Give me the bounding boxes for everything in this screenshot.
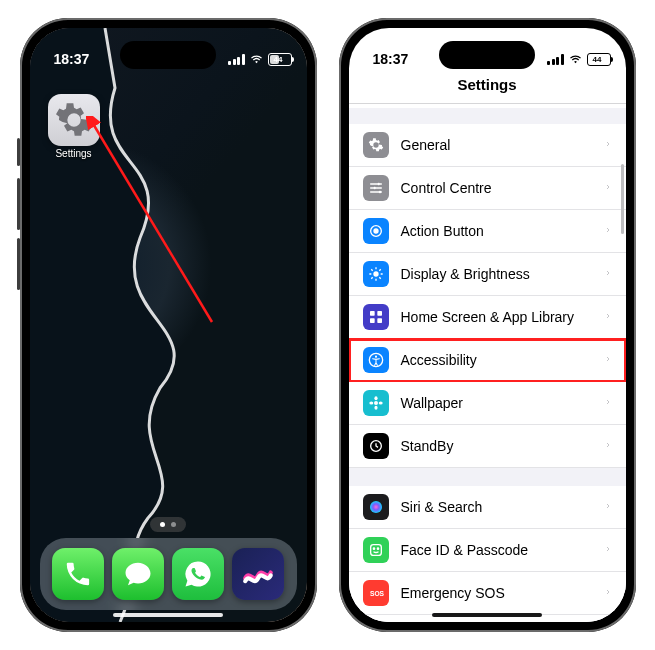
battery-pct: 44 — [274, 55, 283, 64]
phone-icon — [63, 559, 93, 589]
chevron-right-icon — [604, 497, 612, 517]
nav-title: Settings — [349, 76, 626, 104]
row-label: Action Button — [401, 223, 592, 239]
svg-point-3 — [378, 191, 381, 194]
custom-app-icon[interactable] — [232, 548, 284, 600]
settings-row-wallpaper[interactable]: Wallpaper — [349, 382, 626, 425]
row-label: Display & Brightness — [401, 266, 592, 282]
svg-point-22 — [377, 548, 378, 549]
action-icon — [363, 218, 389, 244]
settings-row-standby[interactable]: StandBy — [349, 425, 626, 468]
svg-rect-10 — [377, 318, 382, 323]
row-label: Face ID & Passcode — [401, 542, 592, 558]
svg-rect-9 — [370, 318, 375, 323]
chevron-right-icon — [604, 540, 612, 560]
accessibility-icon — [363, 347, 389, 373]
home-indicator[interactable] — [432, 613, 542, 617]
grid-icon — [363, 304, 389, 330]
svg-point-21 — [373, 548, 374, 549]
settings-screen: 18:37 44 Settings GeneralControl CentreA… — [349, 28, 626, 622]
row-label: Wallpaper — [401, 395, 592, 411]
wifi-icon — [249, 54, 264, 65]
iphone-frame-settings: 18:37 44 Settings GeneralControl CentreA… — [339, 18, 636, 632]
svg-point-13 — [374, 401, 378, 405]
settings-row-faceid[interactable]: Face ID & Passcode — [349, 529, 626, 572]
chevron-right-icon — [604, 135, 612, 155]
row-label: Home Screen & App Library — [401, 309, 592, 325]
svg-point-5 — [374, 229, 378, 233]
settings-row-general[interactable]: General — [349, 124, 626, 167]
dynamic-island — [120, 41, 216, 69]
chevron-right-icon — [604, 221, 612, 241]
face-icon — [363, 537, 389, 563]
settings-row-display[interactable]: Display & Brightness — [349, 253, 626, 296]
svg-point-19 — [370, 501, 382, 513]
svg-point-6 — [373, 271, 378, 276]
settings-row-homescreen[interactable]: Home Screen & App Library — [349, 296, 626, 339]
settings-row-control[interactable]: Control Centre — [349, 167, 626, 210]
settings-row-siri[interactable]: Siri & Search — [349, 486, 626, 529]
dock — [40, 538, 297, 610]
wifi-icon — [568, 54, 583, 65]
svg-point-1 — [377, 183, 380, 186]
svg-line-0 — [92, 122, 212, 322]
row-label: Emergency SOS — [401, 585, 592, 601]
annotation-arrow — [86, 116, 216, 326]
status-time: 18:37 — [373, 51, 409, 67]
row-label: Accessibility — [401, 352, 592, 368]
page-indicator[interactable] — [150, 517, 186, 532]
row-label: Control Centre — [401, 180, 592, 196]
svg-point-12 — [374, 356, 376, 358]
svg-rect-20 — [370, 545, 381, 556]
cellular-signal-icon — [228, 54, 245, 65]
scroll-indicator[interactable] — [621, 164, 624, 234]
dynamic-island — [439, 41, 535, 69]
whatsapp-app-icon[interactable] — [172, 548, 224, 600]
sliders-icon — [363, 175, 389, 201]
battery-pct: 44 — [593, 55, 602, 64]
settings-row-action[interactable]: Action Button — [349, 210, 626, 253]
status-time: 18:37 — [54, 51, 90, 67]
svg-point-15 — [374, 406, 377, 410]
gear-icon — [363, 132, 389, 158]
row-label: StandBy — [401, 438, 592, 454]
settings-row-sos[interactable]: SOSEmergency SOS — [349, 572, 626, 615]
clock-icon — [363, 433, 389, 459]
wave-icon — [241, 557, 275, 591]
sos-icon: SOS — [363, 580, 389, 606]
svg-rect-8 — [377, 311, 382, 316]
svg-text:SOS: SOS — [370, 590, 385, 597]
flower-icon — [363, 390, 389, 416]
row-label: Siri & Search — [401, 499, 592, 515]
cellular-signal-icon — [547, 54, 564, 65]
phone-app-icon[interactable] — [52, 548, 104, 600]
chevron-right-icon — [604, 393, 612, 413]
svg-point-16 — [369, 401, 373, 404]
sun-icon — [363, 261, 389, 287]
svg-point-2 — [373, 187, 376, 190]
whatsapp-icon — [183, 559, 213, 589]
siri-icon — [363, 494, 389, 520]
chevron-right-icon — [604, 178, 612, 198]
chevron-right-icon — [604, 307, 612, 327]
settings-row-accessibility[interactable]: Accessibility — [349, 339, 626, 382]
svg-point-17 — [378, 401, 382, 404]
settings-list[interactable]: GeneralControl CentreAction ButtonDispla… — [349, 108, 626, 622]
chevron-right-icon — [604, 583, 612, 603]
chevron-right-icon — [604, 350, 612, 370]
home-screen: 18:37 44 Settings — [30, 28, 307, 622]
svg-rect-7 — [370, 311, 375, 316]
row-label: General — [401, 137, 592, 153]
messages-icon — [123, 559, 153, 589]
chevron-right-icon — [604, 436, 612, 456]
svg-point-14 — [374, 396, 377, 400]
messages-app-icon[interactable] — [112, 548, 164, 600]
home-indicator[interactable] — [113, 613, 223, 617]
chevron-right-icon — [604, 264, 612, 284]
iphone-frame-home: 18:37 44 Settings — [20, 18, 317, 632]
